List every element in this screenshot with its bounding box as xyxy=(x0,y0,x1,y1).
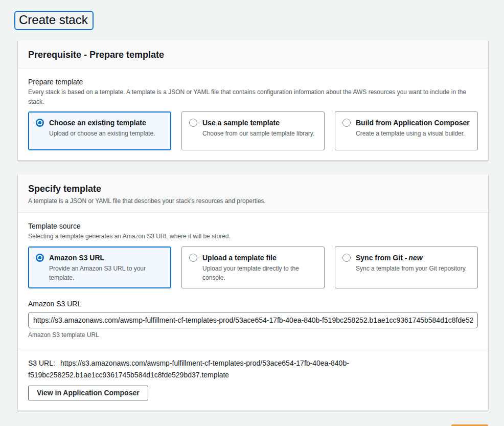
s3-url-readout-value: https://s3.amazonaws.com/awsmp-fulfillme… xyxy=(28,359,349,379)
tile-label: Upload a template file xyxy=(202,253,317,263)
tile-use-sample-template[interactable]: Use a sample template Choose from our sa… xyxy=(181,111,325,150)
template-source-tiles: Amazon S3 URL Provide an Amazon S3 URL t… xyxy=(28,246,478,288)
tile-label: Use a sample template xyxy=(202,118,317,128)
tile-amazon-s3-url[interactable]: Amazon S3 URL Provide an Amazon S3 URL t… xyxy=(28,246,171,288)
specify-template-panel-body: Template source Selecting a template gen… xyxy=(18,213,488,411)
tile-description: Create a template using a visual builder… xyxy=(356,129,470,138)
tile-description: Upload or choose an existing template. xyxy=(49,129,164,138)
tile-label: Build from Application Composer xyxy=(356,118,470,128)
tile-build-from-application-composer[interactable]: Build from Application Composer Create a… xyxy=(335,111,478,150)
tile-choose-existing-template[interactable]: Choose an existing template Upload or ch… xyxy=(28,111,171,150)
tile-label: Choose an existing template xyxy=(49,118,164,128)
tile-description: Sync a template from your Git repository… xyxy=(356,264,470,273)
prerequisite-panel: Prerequisite - Prepare template Prepare … xyxy=(18,40,488,161)
prepare-template-tiles: Choose an existing template Upload or ch… xyxy=(28,111,478,150)
tile-description: Upload your template directly to the con… xyxy=(202,264,317,282)
tile-description: Choose from our sample template library. xyxy=(202,129,317,138)
prerequisite-panel-title: Prerequisite - Prepare template xyxy=(28,50,478,60)
create-stack-page: Create stack Prerequisite - Prepare temp… xyxy=(0,0,504,426)
new-badge: new xyxy=(408,254,422,262)
template-source-label: Template source xyxy=(28,222,478,230)
tile-label: Sync from Git -new xyxy=(356,253,470,263)
s3-url-readout: S3 URL:https://s3.amazonaws.com/awsmp-fu… xyxy=(28,357,406,381)
section-divider xyxy=(18,349,488,349)
tile-description: Provide an Amazon S3 URL to your templat… xyxy=(49,264,164,282)
radio-selected-icon[interactable] xyxy=(36,119,44,127)
amazon-s3-url-input[interactable] xyxy=(28,312,478,328)
prepare-template-label: Prepare template xyxy=(28,78,478,86)
template-source-description: Selecting a template generates an Amazon… xyxy=(28,232,478,241)
tile-sync-from-git[interactable]: Sync from Git -new Sync a template from … xyxy=(335,246,478,288)
radio-unselected-icon[interactable] xyxy=(189,119,197,127)
page-title-text: Create stack xyxy=(14,11,94,30)
prerequisite-panel-header: Prerequisite - Prepare template xyxy=(18,40,488,69)
tile-label: Amazon S3 URL xyxy=(49,253,164,263)
tile-upload-template-file[interactable]: Upload a template file Upload your templ… xyxy=(181,246,325,288)
radio-unselected-icon[interactable] xyxy=(342,254,351,262)
view-in-application-composer-button[interactable]: View in Application Composer xyxy=(28,386,148,400)
specify-template-panel-header: Specify template A template is a JSON or… xyxy=(18,174,488,213)
specify-template-panel-title: Specify template xyxy=(28,184,478,194)
specify-template-panel-description: A template is a JSON or YAML file that d… xyxy=(28,197,478,205)
specify-template-panel: Specify template A template is a JSON or… xyxy=(18,174,488,411)
amazon-s3-url-label: Amazon S3 URL xyxy=(28,300,478,308)
amazon-s3-url-helper: Amazon S3 template URL xyxy=(28,331,478,339)
radio-unselected-icon[interactable] xyxy=(342,119,351,127)
page-title: Create stack xyxy=(18,9,488,30)
radio-selected-icon[interactable] xyxy=(36,254,44,262)
prepare-template-description: Every stack is based on a template. A te… xyxy=(28,87,478,106)
s3-url-readout-label: S3 URL: xyxy=(28,359,55,367)
prerequisite-panel-body: Prepare template Every stack is based on… xyxy=(18,69,488,161)
radio-unselected-icon[interactable] xyxy=(189,254,197,262)
